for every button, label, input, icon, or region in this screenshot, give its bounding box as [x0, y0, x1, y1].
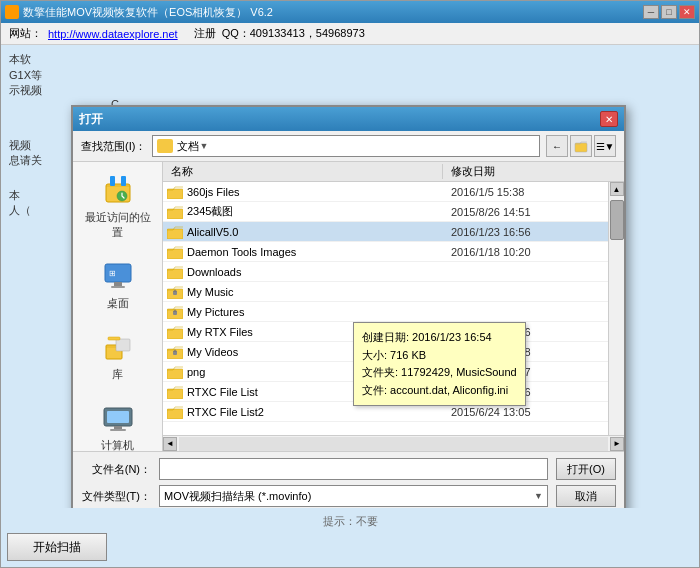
bg-line5: 息请关 — [9, 154, 42, 166]
svg-rect-27 — [167, 329, 183, 339]
dialog-body: 最近访问的位置 ⊞ 桌面 — [73, 162, 624, 451]
nav-recent-label: 最近访问的位置 — [82, 210, 154, 240]
scroll-right-arrow[interactable]: ► — [610, 437, 624, 451]
svg-rect-6 — [114, 282, 122, 286]
scroll-thumb[interactable] — [610, 200, 624, 240]
scan-button[interactable]: 开始扫描 — [7, 533, 107, 561]
svg-rect-7 — [111, 286, 125, 288]
main-window: 数擎佳能MOV视频恢复软件（EOS相机恢复） V6.2 ─ □ ✕ 网站： ht… — [0, 0, 700, 568]
bg-line1: 本软 — [9, 53, 31, 65]
folder-icon — [167, 385, 183, 399]
file-row[interactable]: 360js Files2016/1/5 15:38 — [163, 182, 608, 202]
folder-icon — [167, 225, 183, 239]
tooltip-files: 文件: account.dat, Aliconfig.ini — [362, 382, 517, 400]
cancel-button[interactable]: 取消 — [556, 485, 616, 507]
filename-row: 文件名(N)： 打开(O) — [81, 458, 616, 480]
file-row[interactable]: AlicallV5.02016/1/23 16:56 — [163, 222, 608, 242]
file-date-cell: 2016/1/23 16:56 — [443, 226, 531, 238]
nav-computer[interactable]: 计算机 — [78, 398, 158, 451]
file-name-text: My Music — [187, 286, 233, 298]
nav-panel: 最近访问的位置 ⊞ 桌面 — [73, 162, 163, 451]
filetype-row: 文件类型(T)： MOV视频扫描结果 (*.movinfo) ▼ 取消 — [81, 485, 616, 507]
new-folder-button[interactable] — [570, 135, 592, 157]
file-name-text: Downloads — [187, 266, 241, 278]
vertical-scrollbar[interactable]: ▲ — [608, 182, 624, 435]
nav-computer-label: 计算机 — [101, 438, 134, 451]
open-button[interactable]: 打开(O) — [556, 458, 616, 480]
file-name-cell: 2345截图 — [163, 204, 443, 219]
back-button[interactable]: ← — [546, 135, 568, 157]
file-date-cell: 2015/6/24 13:05 — [443, 406, 531, 418]
tooltip-folders: 文件夹: 11792429, MusicSound — [362, 364, 517, 382]
file-name-text: My Pictures — [187, 306, 244, 318]
file-row[interactable]: My Music — [163, 282, 608, 302]
filetype-value: MOV视频扫描结果 (*.movinfo) — [164, 489, 311, 504]
nav-desktop[interactable]: ⊞ 桌面 — [78, 256, 158, 315]
dialog-toolbar: 查找范围(I)： 文档 ▼ ← ☰▼ — [73, 131, 624, 162]
folder-icon — [167, 365, 183, 379]
folder-icon — [167, 185, 183, 199]
svg-rect-3 — [121, 176, 126, 186]
register-label: 注册 — [194, 26, 216, 41]
file-name-text: RTXC File List — [187, 386, 258, 398]
file-list-header: 名称 修改日期 — [163, 162, 624, 182]
views-icon: ☰▼ — [596, 141, 615, 152]
app-title: 数擎佳能MOV视频恢复软件（EOS相机恢复） V6.2 — [23, 5, 273, 20]
location-select[interactable]: 文档 ▼ — [152, 135, 540, 157]
bg-line3: 示视频 — [9, 84, 42, 96]
file-name-cell: 360js Files — [163, 185, 443, 199]
app-icon — [5, 5, 19, 19]
file-date-cell: 2016/1/18 10:20 — [443, 246, 531, 258]
file-name-text: 360js Files — [187, 186, 240, 198]
folder-icon — [167, 245, 183, 259]
nav-library[interactable]: 库 — [78, 327, 158, 386]
file-row[interactable]: Daemon Tools Images2016/1/18 10:20 — [163, 242, 608, 262]
nav-recent[interactable]: 最近访问的位置 — [78, 170, 158, 244]
bottom-area: 提示：不要 开始扫描 — [1, 508, 699, 567]
svg-rect-22 — [167, 269, 183, 279]
svg-rect-0 — [575, 143, 587, 152]
maximize-button[interactable]: □ — [661, 5, 677, 19]
toolbar-buttons: ← ☰▼ — [546, 135, 616, 157]
svg-rect-2 — [110, 176, 115, 186]
file-row[interactable]: 2345截图2015/8/26 14:51 — [163, 202, 608, 222]
folder-icon — [167, 345, 183, 359]
scroll-up-arrow[interactable]: ▲ — [610, 182, 624, 196]
svg-rect-20 — [167, 229, 183, 239]
notice-label: 提示： — [323, 515, 356, 527]
file-name-cell: My Music — [163, 285, 443, 299]
filetype-label: 文件类型(T)： — [81, 489, 151, 504]
dialog-close-button[interactable]: ✕ — [600, 111, 618, 127]
folder-icon — [167, 285, 183, 299]
filename-input[interactable] — [159, 458, 548, 480]
file-name-text: 2345截图 — [187, 204, 233, 219]
close-button[interactable]: ✕ — [679, 5, 695, 19]
file-name-cell: RTXC File List2 — [163, 405, 443, 419]
tooltip-created: 创建日期: 2016/1/23 16:54 — [362, 329, 517, 347]
file-name-cell: My Pictures — [163, 305, 443, 319]
file-name-text: My Videos — [187, 346, 238, 358]
minimize-button[interactable]: ─ — [643, 5, 659, 19]
dialog-title-bar: 打开 ✕ — [73, 107, 624, 131]
bg-line4: 视频 — [9, 139, 31, 151]
file-name-cell: AlicallV5.0 — [163, 225, 443, 239]
file-name-text: AlicallV5.0 — [187, 226, 238, 238]
site-url[interactable]: http://www.dataexplore.net — [48, 28, 178, 40]
file-name-text: RTXC File List2 — [187, 406, 264, 418]
folder-icon — [167, 265, 183, 279]
file-row[interactable]: My Pictures — [163, 302, 608, 322]
file-tooltip: 创建日期: 2016/1/23 16:54 大小: 716 KB 文件夹: 11… — [353, 322, 526, 406]
file-list-area: 名称 修改日期 360js Files2016/1/5 15:382345截图2… — [163, 162, 624, 451]
location-label: 查找范围(I)： — [81, 139, 146, 154]
filetype-select[interactable]: MOV视频扫描结果 (*.movinfo) ▼ — [159, 485, 548, 507]
scroll-left-arrow[interactable]: ◄ — [163, 437, 177, 451]
file-name-text: Daemon Tools Images — [187, 246, 296, 258]
qq-label: QQ：409133413，54968973 — [222, 26, 365, 41]
title-bar-left: 数擎佳能MOV视频恢复软件（EOS相机恢复） V6.2 — [5, 5, 273, 20]
file-name-text: My RTX Files — [187, 326, 253, 338]
views-button[interactable]: ☰▼ — [594, 135, 616, 157]
horizontal-scrollbar[interactable]: ◄ ► — [163, 435, 624, 451]
file-row[interactable]: Downloads — [163, 262, 608, 282]
file-name-cell: Daemon Tools Images — [163, 245, 443, 259]
nav-library-label: 库 — [112, 367, 123, 382]
